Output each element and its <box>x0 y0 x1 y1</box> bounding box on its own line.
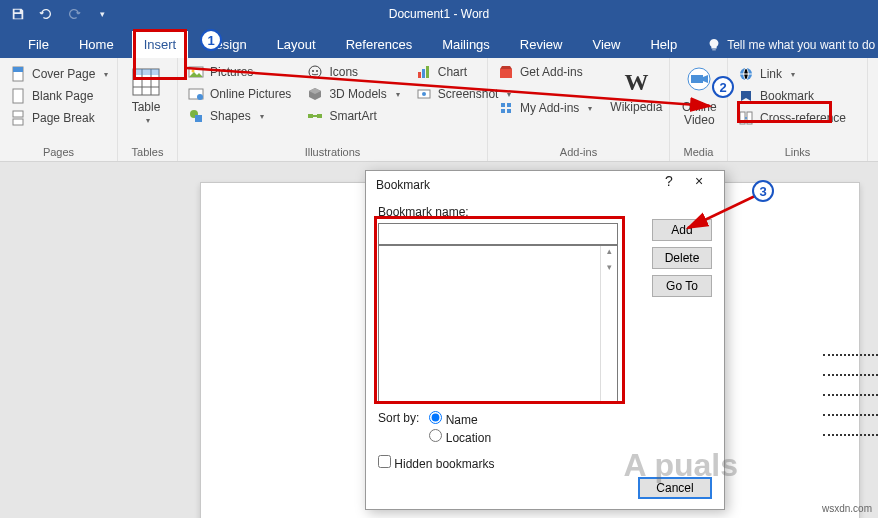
shapes-icon <box>188 108 204 124</box>
wikipedia-icon: W <box>620 66 652 98</box>
3d-models-icon <box>307 86 323 102</box>
shapes-button[interactable]: Shapes <box>184 106 295 126</box>
dialog-close-button[interactable]: × <box>684 173 714 197</box>
wikipedia-button[interactable]: W Wikipedia <box>604 62 668 140</box>
dialog-title: Bookmark <box>376 178 654 192</box>
svg-rect-17 <box>317 114 322 118</box>
tab-mailings[interactable]: Mailings <box>430 31 502 58</box>
icons-button[interactable]: Icons <box>303 62 403 82</box>
chart-icon <box>416 64 432 80</box>
dialog-help-button[interactable]: ? <box>654 173 684 197</box>
get-addins-button[interactable]: Get Add-ins <box>494 62 596 82</box>
video-icon <box>683 66 715 98</box>
cover-page-icon <box>10 66 26 82</box>
decorative-lines <box>823 354 878 454</box>
svg-point-15 <box>316 70 318 72</box>
svg-rect-23 <box>500 69 512 78</box>
tab-references[interactable]: References <box>334 31 424 58</box>
tab-home[interactable]: Home <box>67 31 126 58</box>
xref-icon <box>738 110 754 126</box>
bookmark-icon <box>738 88 754 104</box>
link-icon <box>738 66 754 82</box>
badge-1: 1 <box>200 29 222 51</box>
table-button[interactable]: Table <box>124 62 168 140</box>
tab-file[interactable]: File <box>16 31 61 58</box>
tell-me-search[interactable]: Tell me what you want to do <box>707 38 875 58</box>
ribbon-tabs: File Home Insert Design Layout Reference… <box>0 28 878 58</box>
tab-view[interactable]: View <box>580 31 632 58</box>
my-addins-button[interactable]: My Add-ins <box>494 98 596 118</box>
3d-models-button[interactable]: 3D Models <box>303 84 403 104</box>
sortby-label: Sort by: <box>378 411 419 425</box>
online-pictures-icon <box>188 86 204 102</box>
add-button[interactable]: Add <box>652 219 712 241</box>
tab-help[interactable]: Help <box>638 31 689 58</box>
group-label-tables: Tables <box>118 144 177 161</box>
link-button[interactable]: Link <box>734 64 850 84</box>
table-icon <box>130 66 162 98</box>
blank-page-icon <box>10 88 26 104</box>
document-title: Document1 - Word <box>389 7 489 21</box>
badge-3: 3 <box>752 180 774 202</box>
tab-review[interactable]: Review <box>508 31 575 58</box>
svg-point-10 <box>197 94 203 100</box>
lightbulb-icon <box>707 38 721 52</box>
blank-page-button[interactable]: Blank Page <box>6 86 112 106</box>
goto-button[interactable]: Go To <box>652 275 712 297</box>
page-break-button[interactable]: Page Break <box>6 108 112 128</box>
group-label-illustrations: Illustrations <box>178 144 487 161</box>
page-break-icon <box>10 110 26 126</box>
group-label-links: Links <box>728 144 867 161</box>
credit-text: wsxdn.com <box>822 503 872 514</box>
store-icon <box>498 64 514 80</box>
pictures-icon <box>188 64 204 80</box>
svg-point-22 <box>422 92 426 96</box>
online-pictures-button[interactable]: Online Pictures <box>184 84 295 104</box>
hidden-bookmarks-checkbox[interactable]: Hidden bookmarks <box>378 455 494 471</box>
cross-reference-button[interactable]: Cross-reference <box>734 108 850 128</box>
addins-icon <box>498 100 514 116</box>
bookmark-list[interactable]: ▴▾ <box>378 245 618 403</box>
svg-rect-25 <box>691 75 703 83</box>
pictures-button[interactable]: Pictures <box>184 62 295 82</box>
bookmark-name-input[interactable] <box>378 223 618 245</box>
tab-insert[interactable]: Insert <box>132 31 189 58</box>
svg-rect-2 <box>13 89 23 103</box>
badge-2: 2 <box>712 76 734 98</box>
group-label-addins: Add-ins <box>488 144 669 161</box>
delete-button[interactable]: Delete <box>652 247 712 269</box>
save-icon[interactable] <box>8 4 28 24</box>
smartart-icon <box>307 108 323 124</box>
svg-rect-28 <box>747 112 752 124</box>
ribbon: Cover Page Blank Page Page Break Pages T… <box>0 58 878 162</box>
smartart-button[interactable]: SmartArt <box>303 106 403 126</box>
svg-rect-19 <box>422 69 425 78</box>
screenshot-icon <box>416 86 432 102</box>
svg-rect-18 <box>418 72 421 78</box>
watermark: A puals <box>624 447 738 484</box>
svg-rect-1 <box>13 67 23 72</box>
svg-rect-4 <box>13 119 23 125</box>
tab-layout[interactable]: Layout <box>265 31 328 58</box>
bookmark-button[interactable]: Bookmark <box>734 86 850 106</box>
online-video-button[interactable]: Online Video <box>676 62 723 140</box>
bookmark-name-label: Bookmark name: <box>378 205 712 219</box>
svg-point-13 <box>309 66 321 78</box>
redo-icon <box>64 4 84 24</box>
sort-name-radio[interactable]: Name <box>429 411 491 427</box>
title-bar: ▾ Document1 - Word <box>0 0 878 28</box>
group-label-media: Media <box>670 144 727 161</box>
svg-rect-3 <box>13 111 23 117</box>
svg-rect-27 <box>740 112 745 124</box>
svg-rect-20 <box>426 66 429 78</box>
scrollbar[interactable]: ▴▾ <box>600 246 617 402</box>
svg-point-14 <box>312 70 314 72</box>
sort-location-radio[interactable]: Location <box>429 429 491 445</box>
group-label-pages: Pages <box>0 144 117 161</box>
svg-rect-12 <box>195 115 202 122</box>
svg-rect-16 <box>308 114 313 118</box>
undo-icon[interactable] <box>36 4 56 24</box>
qat-customize-icon[interactable]: ▾ <box>92 4 112 24</box>
cover-page-button[interactable]: Cover Page <box>6 64 112 84</box>
icons-icon <box>307 64 323 80</box>
